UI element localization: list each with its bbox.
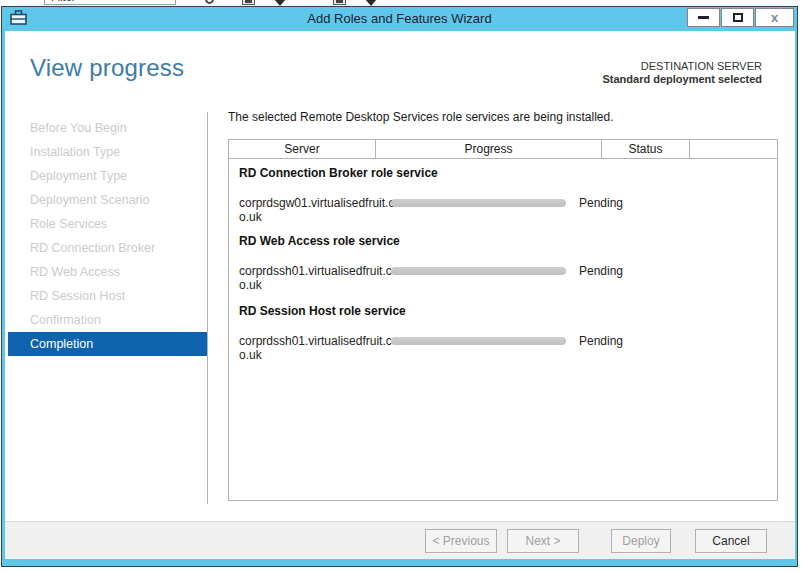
close-icon: x (771, 10, 778, 25)
minimize-button[interactable] (687, 8, 720, 27)
sidebar-item-rd-web-access: RD Web Access (8, 260, 207, 284)
status-label: Pending (579, 196, 623, 210)
deploy-button: Deploy (611, 529, 671, 553)
table-header-row: Server Progress Status (229, 140, 777, 159)
screen: Filter Add Roles and Features Wizard x V… (0, 0, 802, 572)
sidebar-item-confirmation: Confirmation (8, 308, 207, 332)
minimize-icon (698, 16, 709, 19)
save-query-icon (242, 0, 255, 5)
sidebar-item-installation-type: Installation Type (8, 140, 207, 164)
sidebar-item-role-services: Role Services (8, 212, 207, 236)
sidebar-divider (207, 112, 208, 504)
sidebar-item-completion[interactable]: Completion (8, 332, 207, 356)
destination-server-block: DESTINATION SERVER Standard deployment s… (602, 60, 762, 85)
next-button: Next > (507, 529, 579, 553)
status-label: Pending (579, 334, 623, 348)
progress-bar (391, 337, 566, 345)
sidebar-item-before-you-begin: Before You Begin (8, 116, 207, 140)
role-service-group-title: RD Connection Broker role service (239, 166, 438, 180)
close-button[interactable]: x (755, 8, 794, 27)
server-name: corprdssh01.virtualisedfruit.co.uk (239, 334, 399, 362)
server-name: corprdsgw01.virtualisedfruit.co.uk (239, 196, 399, 224)
search-icon (205, 0, 214, 4)
role-service-group-title: RD Web Access role service (239, 234, 400, 248)
role-service-group-title: RD Session Host role service (239, 304, 406, 318)
progress-bar (391, 267, 566, 275)
footer-bar (5, 521, 795, 559)
column-header-progress: Progress (375, 140, 601, 159)
column-header-blank (689, 140, 777, 159)
tasks-icon (333, 0, 346, 5)
status-label: Pending (579, 264, 623, 278)
page-title: View progress (30, 54, 184, 82)
maximize-button[interactable] (721, 8, 754, 27)
progress-bar (391, 199, 566, 207)
sidebar-item-rd-session-host: RD Session Host (8, 284, 207, 308)
progress-table: Server Progress Status RD Connection Bro… (228, 139, 778, 501)
destination-server-value: Standard deployment selected (602, 73, 762, 85)
intro-text: The selected Remote Desktop Services rol… (228, 110, 614, 124)
server-name: corprdssh01.virtualisedfruit.co.uk (239, 264, 399, 292)
sidebar-item-deployment-scenario: Deployment Scenario (8, 188, 207, 212)
filter-input[interactable]: Filter (44, 0, 176, 5)
sidebar-item-rd-connection-broker: RD Connection Broker (8, 236, 207, 260)
column-header-server: Server (229, 140, 375, 159)
cancel-button[interactable]: Cancel (695, 529, 767, 553)
previous-button: < Previous (425, 529, 497, 553)
column-header-status: Status (601, 140, 689, 159)
wizard-steps-sidebar: Before You Begin Installation Type Deplo… (8, 116, 207, 356)
window-title: Add Roles and Features Wizard (1, 11, 798, 26)
sidebar-item-deployment-type: Deployment Type (8, 164, 207, 188)
maximize-icon (733, 13, 743, 22)
destination-server-label: DESTINATION SERVER (602, 60, 762, 72)
